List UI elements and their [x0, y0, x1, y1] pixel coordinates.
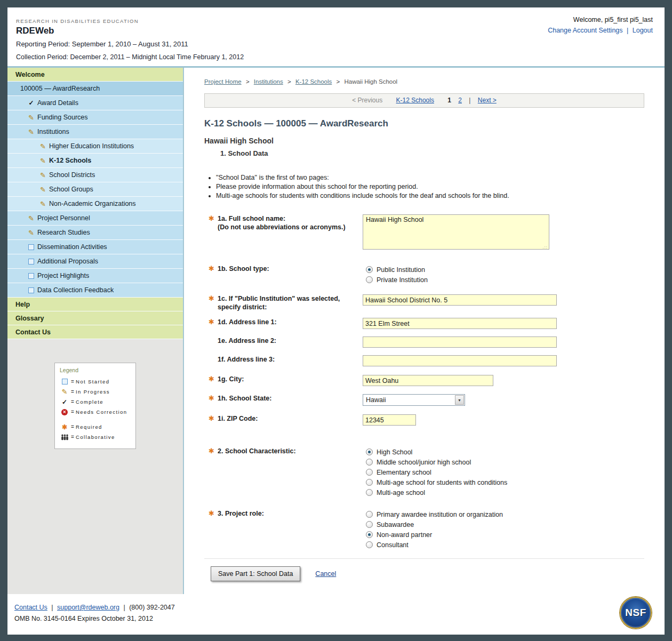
sidebar-item-label: Non-Academic Organizations [49, 200, 136, 207]
sidebar-item-data-collection-feedback[interactable]: Data Collection Feedback [7, 283, 183, 298]
sidebar-item-glossary[interactable]: Glossary [7, 311, 183, 325]
required-icon: ✱ [209, 509, 218, 518]
sidebar-item-label: School Groups [49, 186, 93, 193]
sidebar-item-label: School Districts [49, 171, 95, 179]
radio-unselected-icon [366, 469, 373, 476]
field-label-1i: 1i. ZIP Code: [218, 414, 258, 423]
header-branding: RESEARCH IN DISABILITIES EDUCATION RDEWe… [16, 18, 244, 61]
sidebar-item-school-groups[interactable]: School Groups [7, 182, 183, 197]
footer-phone: (800) 392-2047 [129, 604, 174, 611]
footer: Contact Us | support@rdeweb.org | (800) … [7, 594, 665, 635]
sidebar-item-non-academic-organizations[interactable]: Non-Academic Organizations [7, 197, 183, 211]
cancel-link[interactable]: Cancel [315, 570, 336, 578]
city-input[interactable] [363, 375, 493, 386]
radio-consultant[interactable]: Consultant [363, 540, 644, 550]
sidebar-item-project-personnel[interactable]: Project Personnel [7, 211, 183, 226]
sidebar-item-help[interactable]: Help [7, 298, 183, 311]
next-page-link[interactable]: Next > [478, 97, 497, 104]
legend-label: Not Started [76, 379, 109, 384]
radio-unselected-icon [366, 489, 373, 496]
dropdown-arrow-icon[interactable]: ▼ [455, 395, 464, 405]
field-label-1e: 1e. Address line 2: [218, 336, 276, 345]
sidebar-item-institutions[interactable]: Institutions [7, 125, 183, 139]
sidebar-item-award[interactable]: 100005 — AwardResearch [7, 82, 183, 96]
sidebar-item-label: Research Studies [37, 229, 90, 236]
form-row-1h: ✱ 1h. School State: Hawaii ▼ [204, 394, 644, 406]
radio-primary-awardee[interactable]: Primary awardee institution or organizat… [363, 509, 644, 519]
sidebar-item-welcome[interactable]: Welcome [7, 68, 183, 82]
page-number-2-link[interactable]: 2 [458, 97, 462, 104]
welcome-text: Welcome, pi5_first pi5_last [548, 16, 653, 23]
radio-middle-school[interactable]: Middle school/junior high school [363, 457, 644, 467]
header: RESEARCH IN DISABILITIES EDUCATION RDEWe… [7, 7, 665, 68]
legend-equals: = [69, 379, 76, 384]
legend-label: Needs Correction [76, 409, 127, 415]
previous-page-link: < Previous [352, 97, 382, 104]
sidebar-item-project-highlights[interactable]: Project Highlights [7, 269, 183, 283]
reporting-period: Reporting Period: September 1, 2010 – Au… [16, 40, 244, 48]
radio-subawardee[interactable]: Subawardee [363, 519, 644, 530]
nsf-logo-text: NSF [625, 607, 646, 619]
breadcrumb-institutions-link[interactable]: Institutions [254, 78, 283, 85]
field-label-1g: 1g. City: [218, 375, 244, 383]
legend-item-not-started: = Not Started [60, 376, 131, 387]
required-icon: ✱ [209, 447, 218, 455]
sidebar-item-dissemination-activities[interactable]: Dissemination Activities [7, 240, 183, 254]
breadcrumb-separator: > [246, 78, 250, 85]
district-input[interactable] [363, 294, 557, 306]
radio-non-award-partner[interactable]: Non-award partner [363, 530, 644, 540]
zip-code-input[interactable] [363, 414, 416, 426]
sidebar-item-contact-us[interactable]: Contact Us [7, 325, 183, 339]
breadcrumb-separator: > [337, 78, 340, 85]
field-sublabel-1a: (Do not use abbreviations or acronyms.) [218, 223, 346, 231]
legend-label: Complete [76, 399, 103, 405]
sidebar-item-school-districts[interactable]: School Districts [7, 168, 183, 182]
logout-link[interactable]: Logout [633, 27, 653, 34]
sidebar-item-funding-sources[interactable]: Funding Sources [7, 110, 183, 125]
radio-multi-age-school[interactable]: Multi-age school [363, 487, 644, 498]
save-button[interactable]: Save Part 1: School Data [211, 566, 300, 581]
pencil-icon [39, 157, 46, 164]
sidebar-item-label: Funding Sources [37, 114, 88, 121]
full-school-name-textarea[interactable]: Hawaii High School [363, 214, 549, 250]
app-tagline: RESEARCH IN DISABILITIES EDUCATION [16, 18, 244, 24]
address-line2-input[interactable] [363, 336, 557, 348]
k12-schools-list-link[interactable]: K-12 Schools [396, 97, 434, 104]
page-number-current: 1 [447, 97, 451, 104]
radio-multi-age-conditions[interactable]: Multi-age school for students with condi… [363, 477, 644, 487]
radio-label: Multi-age school for students with condi… [377, 479, 507, 486]
pencil-icon [39, 186, 46, 193]
sidebar-item-label: Award Details [37, 99, 78, 107]
field-label-2: 2. School Characteristic: [218, 447, 296, 455]
radio-private-institution[interactable]: Private Institution [363, 275, 644, 285]
field-label-1c-line2: specify district: [218, 303, 340, 311]
radio-high-school[interactable]: High School [363, 447, 644, 457]
breadcrumb-k12-schools-link[interactable]: K-12 Schools [295, 78, 332, 85]
footer-divider: | [123, 604, 125, 611]
required-icon: ✱ [209, 318, 218, 326]
state-select[interactable]: Hawaii ▼ [363, 394, 465, 406]
breadcrumb-project-home-link[interactable]: Project Home [204, 78, 242, 85]
footer-email-link[interactable]: support@rdeweb.org [57, 604, 119, 611]
pencil-icon [39, 200, 46, 207]
form-row-1g: ✱ 1g. City: [204, 375, 644, 386]
footer-contact-link[interactable]: Contact Us [14, 604, 47, 611]
sidebar-item-award-details[interactable]: Award Details [7, 96, 183, 110]
error-icon [61, 409, 68, 415]
form-row-1i: ✱ 1i. ZIP Code: [204, 414, 644, 426]
resize-handle-icon[interactable]: .:: [542, 245, 548, 250]
sidebar-item-additional-proposals[interactable]: Additional Proposals [7, 254, 183, 269]
sidebar-item-higher-education-institutions[interactable]: Higher Education Institutions [7, 139, 183, 154]
radio-public-institution[interactable]: Public Institution [363, 265, 644, 275]
radio-elementary-school[interactable]: Elementary school [363, 467, 644, 477]
legend-label: Required [76, 424, 102, 430]
legend-item-complete: = Complete [60, 397, 131, 407]
required-icon [61, 423, 68, 431]
sidebar-item-k12-schools[interactable]: K-12 Schools [7, 154, 183, 168]
address-line3-input[interactable] [363, 355, 557, 366]
change-account-settings-link[interactable]: Change Account Settings [548, 27, 622, 34]
address-line1-input[interactable] [363, 318, 557, 329]
sidebar-item-research-studies[interactable]: Research Studies [7, 226, 183, 240]
not-started-icon [61, 378, 68, 386]
sidebar-item-label: Higher Education Institutions [49, 142, 134, 150]
